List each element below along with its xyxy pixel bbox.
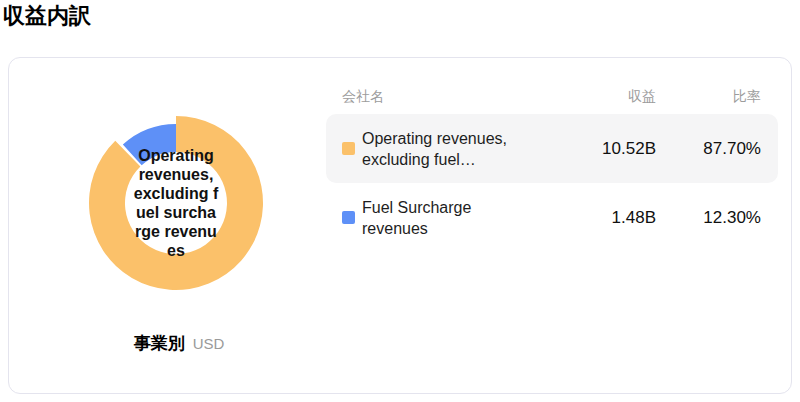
revenue-breakdown-card: Operating revenues, excluding f uel surc… — [8, 57, 792, 394]
series-name: Fuel Surcharge revenues — [362, 197, 566, 239]
chart-currency-label: USD — [193, 335, 225, 352]
table-rows: Operating revenues, excluding fuel… 10.5… — [326, 114, 778, 252]
revenue-value: 10.52B — [566, 139, 656, 159]
revenue-value: 1.48B — [566, 208, 656, 228]
series-name: Operating revenues, excluding fuel… — [362, 128, 566, 170]
breakdown-table: 会社名 収益 比率 Operating revenues, excluding … — [326, 87, 778, 252]
table-row[interactable]: Fuel Surcharge revenues 1.48B 12.30% — [326, 183, 778, 252]
table-row[interactable]: Operating revenues, excluding fuel… 10.5… — [326, 114, 778, 183]
ratio-value: 87.70% — [656, 139, 761, 159]
chart-footer: 事業別USD — [39, 332, 319, 355]
donut-chart[interactable]: Operating revenues, excluding f uel surc… — [81, 108, 271, 298]
page-title: 収益内訳 — [3, 0, 91, 32]
ratio-value: 12.30% — [656, 208, 761, 228]
chart-dimension-label: 事業別 — [134, 334, 185, 353]
donut-svg — [81, 108, 271, 298]
header-company-name: 会社名 — [342, 88, 566, 106]
header-revenue: 収益 — [566, 88, 656, 106]
series-color-swatch — [342, 142, 355, 155]
series-color-swatch — [342, 211, 355, 224]
header-ratio: 比率 — [656, 88, 761, 106]
table-header-row: 会社名 収益 比率 — [326, 87, 778, 107]
